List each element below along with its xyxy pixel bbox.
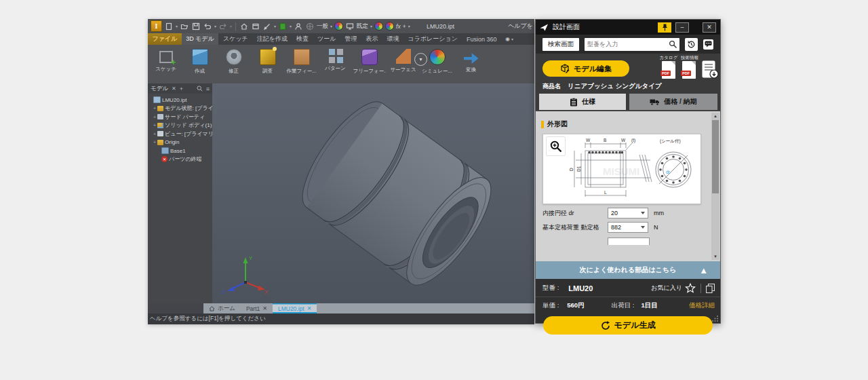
ribbon-freeform-button[interactable]: フリーフォー... [353,47,386,83]
new-file-icon[interactable] [164,22,174,31]
collapse-arrow-icon[interactable]: ▲ [699,265,708,276]
toolbar-overflow-icon[interactable]: ▾ [408,24,410,28]
tab-tools[interactable]: ツール [313,33,340,45]
tab-environments[interactable]: 環境 [382,33,403,45]
minimize-button[interactable]: – [675,22,689,33]
search-icon[interactable] [669,40,677,49]
save-icon[interactable] [191,22,201,31]
diagram-zoom-button[interactable] [546,136,566,156]
help-menu[interactable]: ヘルプを [508,19,533,33]
undo-dropdown-icon[interactable]: ▾ [214,24,216,28]
camera-icon[interactable]: ◉▾ [501,33,517,45]
appearance-wheel-icon[interactable] [374,22,383,31]
tab-price-delivery[interactable]: 価格 / 納期 [629,94,717,110]
tab-inspect[interactable]: 検査 [292,33,313,45]
browser-menu-icon[interactable]: ≡ [206,86,210,92]
browser-add-icon[interactable]: + [180,86,183,92]
expand-icon[interactable]: + [152,139,157,145]
inventor-logo-icon[interactable]: I [151,20,162,32]
feedback-button[interactable] [703,39,713,50]
price-detail-link[interactable]: 価格詳細 [689,301,715,310]
tree-item-view[interactable]: +ビュー: [プライマリ] [148,130,212,138]
star-icon[interactable] [685,283,696,293]
ribbon-create-button[interactable]: 作成 [183,47,216,83]
tab-lmu20-document[interactable]: LMU20.ipt✕ [273,303,317,314]
ribbon-simulation-button[interactable]: シミュレー... [420,47,454,83]
expand-icon[interactable]: + [152,105,157,111]
view-preset-caret-icon[interactable]: ▾ [370,24,372,28]
color-wheel-icon[interactable] [334,22,343,31]
expand-icon[interactable]: + [152,122,157,128]
browser-tab-model[interactable]: モデル [151,85,168,93]
next-field-select-clipped[interactable] [608,238,650,245]
browser-search-icon[interactable] [197,86,203,92]
scrollbar-thumb[interactable] [712,120,719,193]
scroll-down-icon[interactable]: ▼ [711,253,719,260]
tab-home-document[interactable]: ホーム [203,303,241,314]
style-preset-select[interactable]: 一般 [317,22,328,31]
history-button[interactable] [685,38,698,51]
view-face-icon[interactable] [251,22,260,31]
tree-item-end-of-part[interactable]: ✕パーツの終端 [148,155,212,164]
tab-3d-model[interactable]: 3D モデル [182,33,219,45]
style-preset-caret-icon[interactable]: ▾ [330,24,332,28]
ribbon-pattern-button[interactable]: パターン [319,47,352,83]
catalog-pdf-button[interactable]: PDF [662,61,675,79]
tree-item-root[interactable]: LMU20.ipt [148,96,212,104]
expand-icon[interactable]: + [152,131,157,137]
ribbon-explore-button[interactable]: 調査 [251,47,284,83]
load-rating-select[interactable]: 882 [608,222,648,233]
close-tab-icon[interactable]: ✕ [262,305,267,311]
close-tab-icon[interactable]: ✕ [307,305,312,311]
home-view-icon[interactable] [239,22,249,31]
tree-item-base1[interactable]: Base1 [148,147,212,155]
appearance-clear-wheel-icon[interactable] [385,22,394,31]
ribbon-modify-button[interactable]: 修正 [217,47,250,83]
appearance-person-icon[interactable] [294,22,303,31]
spec-sheet-button[interactable] [702,60,719,79]
tree-item-third-party[interactable]: +サード パーティ [148,113,212,121]
ribbon-work-features-button[interactable]: 作業フィー... [285,47,318,83]
undo-icon[interactable] [203,22,212,31]
tab-sketch[interactable]: スケッチ [218,33,252,45]
tech-info-pdf-button[interactable]: PDF [682,61,696,79]
part-number-input[interactable] [585,41,669,48]
view-preset-select[interactable]: 既定 [357,22,368,31]
ribbon-surface-button[interactable]: サーフェス [387,47,420,83]
measure-plus-icon[interactable]: + [403,23,406,30]
tab-spec[interactable]: 仕様 [539,94,626,110]
browser-close-icon[interactable]: ✕ [172,86,176,92]
open-folder-icon[interactable] [180,22,189,31]
close-button[interactable]: ✕ [703,22,716,33]
sketch-tool-icon[interactable] [262,22,272,31]
tab-fusion360[interactable]: Fusion 360 [462,33,501,45]
parameters-fx-button[interactable]: fx [396,23,401,30]
copy-icon[interactable] [706,284,715,293]
tab-part1-document[interactable]: Part1✕ [241,303,273,314]
material-dropdown-icon[interactable]: ▾ [290,24,292,28]
resize-grip[interactable] [712,315,719,322]
sketch-dropdown-icon[interactable]: ▾ [274,24,276,28]
tree-item-origin[interactable]: +Origin [148,138,212,147]
material-icon[interactable] [278,22,288,31]
tree-item-solid-bodies[interactable]: +ソリッド ボディ(1) [148,121,212,130]
new-file-dropdown-icon[interactable]: ▾ [176,24,178,28]
tab-manage[interactable]: 管理 [340,33,361,45]
pin-button[interactable] [658,22,671,33]
frequently-used-parts-bar[interactable]: 次によく使われる部品はこちら ▲ [536,261,720,279]
ribbon-sketch-button[interactable]: スケッチ [149,47,182,83]
generate-model-button[interactable]: モデル生成 [543,316,713,335]
search-screen-button[interactable]: 検索画面 [542,38,579,51]
expand-icon[interactable]: + [152,114,157,120]
spec-scrollbar[interactable]: ▲ ▼ [711,113,719,260]
tab-annotate[interactable]: 注記を作成 [252,33,292,45]
model-edit-button[interactable]: モデル編集 [542,60,629,77]
inner-diameter-select[interactable]: 20 [608,208,648,218]
ribbon-expand-button[interactable]: ▼ [414,53,427,66]
3d-viewport[interactable]: Y X Z [212,83,534,303]
tab-collaborate[interactable]: コラボレーション [403,33,462,45]
tree-item-model-states[interactable]: +モデル状態: [プライマリ] [148,104,212,113]
ribbon-convert-button[interactable]: 変換 [454,47,488,83]
scroll-up-icon[interactable]: ▲ [711,113,719,119]
tab-view[interactable]: 表示 [361,33,382,45]
